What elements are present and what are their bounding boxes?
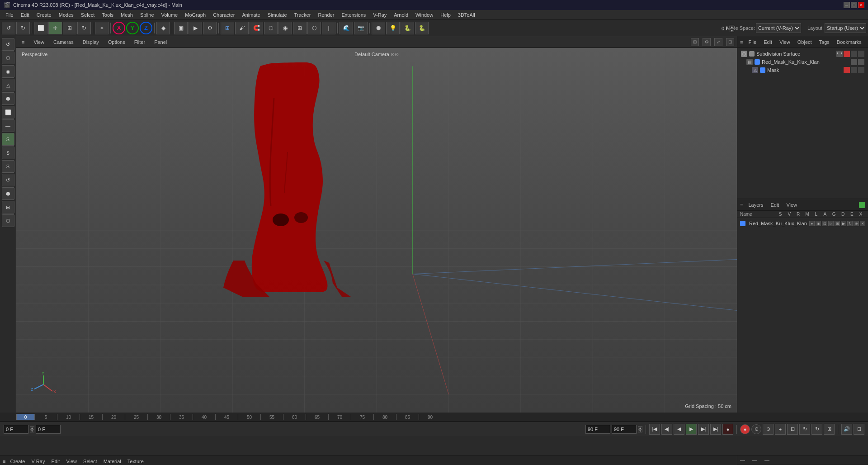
next-play-button[interactable]: ▶|	[698, 424, 709, 435]
menu-item-simulate[interactable]: Simulate	[264, 11, 291, 19]
mat-texture-menu[interactable]: Texture	[126, 458, 146, 465]
end-up[interactable]: ▲	[638, 426, 642, 429]
layer-icon-m[interactable]: ▷	[828, 221, 834, 226]
layers-menu-icon[interactable]: ≡	[740, 202, 743, 208]
menu-item-volume[interactable]: Volume	[158, 11, 182, 19]
vp-view-menu[interactable]: View	[31, 38, 47, 46]
scale-tool[interactable]: ⊞	[63, 22, 76, 34]
left-tool-13[interactable]: ⊞	[2, 201, 14, 214]
menu-item-v-ray[interactable]: V-Ray	[369, 11, 390, 19]
obj-row-mask[interactable]: △ Mask	[739, 66, 866, 74]
menu-item-arnold[interactable]: Arnold	[390, 11, 412, 19]
menu-item-edit[interactable]: Edit	[17, 11, 33, 19]
layer-icon-d[interactable]: ⊗	[854, 221, 859, 226]
obj-edit-menu[interactable]: Edit	[762, 38, 774, 46]
close-button[interactable]: ✕	[858, 2, 864, 8]
menu-item-animate[interactable]: Animate	[238, 11, 264, 19]
z-axis-button[interactable]: Z	[140, 22, 152, 34]
layer-icon-s[interactable]: ●	[809, 221, 815, 226]
render-settings[interactable]: ⚙	[203, 22, 217, 34]
render-view[interactable]: ▶	[189, 22, 202, 34]
brush-tool[interactable]: 🖌	[235, 22, 249, 34]
tc-mode4[interactable]: +	[775, 424, 786, 435]
prev-play-button[interactable]: ◀	[674, 424, 684, 435]
layers-edit-menu[interactable]: Edit	[769, 201, 781, 209]
nodespace-select[interactable]: Current (V-Ray)	[756, 23, 801, 33]
menu-item-mesh[interactable]: Mesh	[117, 11, 137, 19]
menu-item-render[interactable]: Render	[314, 11, 338, 19]
frame-end-input[interactable]	[585, 425, 610, 434]
mat-view-menu[interactable]: View	[64, 458, 79, 465]
tc-mode3[interactable]: ⊙	[763, 424, 774, 435]
layer-icon-l[interactable]: ⊞	[835, 221, 840, 226]
vp-icon-maximize[interactable]: ⤢	[714, 38, 722, 46]
layers-view-menu[interactable]: View	[784, 201, 799, 209]
freeform-tool[interactable]: ⌖	[95, 22, 108, 34]
maximize-button[interactable]: □	[851, 2, 857, 8]
vp-icon-expand[interactable]: ⊞	[691, 38, 699, 46]
menu-item-character[interactable]: Character	[209, 11, 238, 19]
end-down[interactable]: ▼	[638, 429, 642, 432]
tc-mode2[interactable]: ⊙	[751, 424, 761, 434]
left-tool-12[interactable]: ⬢	[2, 187, 14, 200]
obj-object-menu[interactable]: Object	[796, 38, 814, 46]
menu-item-tracker[interactable]: Tracker	[291, 11, 315, 19]
obj-row-redmask[interactable]: ▤ Red_Mask_Ku_Klux_Klan	[739, 58, 866, 66]
vp-display-menu[interactable]: Display	[80, 38, 102, 46]
left-tool-14[interactable]: ⬡	[2, 214, 14, 227]
left-tool-11[interactable]: ↺	[2, 174, 14, 186]
vp-cameras-menu[interactable]: Cameras	[51, 38, 76, 46]
vp-options-menu[interactable]: Options	[105, 38, 128, 46]
menu-item-mograph[interactable]: MoGraph	[181, 11, 209, 19]
left-tool-8[interactable]: S	[2, 133, 14, 146]
menu-item-window[interactable]: Window	[412, 11, 437, 19]
obj-view-menu[interactable]: View	[778, 38, 792, 46]
layer-row[interactable]: Red_Mask_Ku_Klux_Klan ● ◉ ⊡ ▷ ⊞ ▶ ↻ ⊗ ✕	[737, 220, 868, 227]
subdiv-tool[interactable]: ⬡	[307, 22, 321, 34]
menu-item-spline[interactable]: Spline	[137, 11, 158, 19]
skip-start-button[interactable]: |◀	[649, 424, 660, 435]
left-tool-1[interactable]: ↺	[2, 38, 14, 51]
sphere-tool[interactable]: ◉	[278, 22, 292, 34]
layer-icon-v[interactable]: ◉	[816, 221, 821, 226]
menu-item-help[interactable]: Help	[437, 11, 454, 19]
mat-create-menu[interactable]: Create	[8, 458, 27, 465]
vp-icon-settings[interactable]: ⚙	[703, 38, 711, 46]
menu-item-modes[interactable]: Modes	[55, 11, 77, 19]
layers-layers-menu[interactable]: Layers	[746, 201, 765, 209]
view-top[interactable]: ⊞	[221, 22, 234, 34]
obj-menu-icon[interactable]: ≡	[740, 39, 743, 45]
cube-tool[interactable]: ⬡	[264, 22, 278, 34]
mat-menu-icon[interactable]: ≡	[3, 459, 5, 464]
array-tool[interactable]: ⊞	[293, 22, 307, 34]
frame-current-input[interactable]	[36, 425, 61, 434]
x-axis-button[interactable]: X	[113, 22, 125, 34]
python2-tool[interactable]: 🐍	[415, 22, 429, 34]
rotate-tool[interactable]: ↻	[77, 22, 91, 34]
tc-mode6[interactable]: ↻	[799, 424, 810, 435]
mat-select-menu[interactable]: Select	[81, 458, 99, 465]
viewport[interactable]: Perspective Default Camera ⊙⊙ Grid Spaci…	[16, 48, 737, 413]
left-tool-10[interactable]: S	[2, 160, 14, 173]
obj-row-subdivision[interactable]: ⬡ Subdivision Surface ⋮⋮	[739, 50, 866, 58]
menu-item-select[interactable]: Select	[77, 11, 99, 19]
record-button[interactable]: ●	[722, 424, 733, 435]
undo-button[interactable]: ↺	[2, 22, 15, 34]
camera-tool[interactable]: 📷	[354, 22, 368, 34]
start-down[interactable]: ▼	[30, 429, 34, 432]
prev-frame-button[interactable]: ◀|	[661, 424, 672, 435]
vp-icon-fullscreen[interactable]: ⊡	[726, 38, 734, 46]
left-tool-7[interactable]: —	[2, 119, 14, 132]
tc-mode1[interactable]: ●	[740, 424, 750, 434]
vp-panel-menu[interactable]: Panel	[151, 38, 170, 46]
layer-icon-e[interactable]: ✕	[860, 221, 865, 226]
mat-edit-menu[interactable]: Edit	[49, 458, 61, 465]
menu-item-3dtoall[interactable]: 3DToAll	[454, 11, 479, 19]
layer-icon-a[interactable]: ▶	[841, 221, 846, 226]
python-tool[interactable]: 🐍	[401, 22, 414, 34]
soft-select[interactable]: 🌊	[340, 22, 353, 34]
layout-select[interactable]: Startup (User)	[825, 23, 866, 33]
object-mode[interactable]: ◆	[156, 22, 170, 34]
frame-end2-input[interactable]	[612, 425, 637, 434]
tc-mode9[interactable]: 🔊	[841, 424, 852, 435]
